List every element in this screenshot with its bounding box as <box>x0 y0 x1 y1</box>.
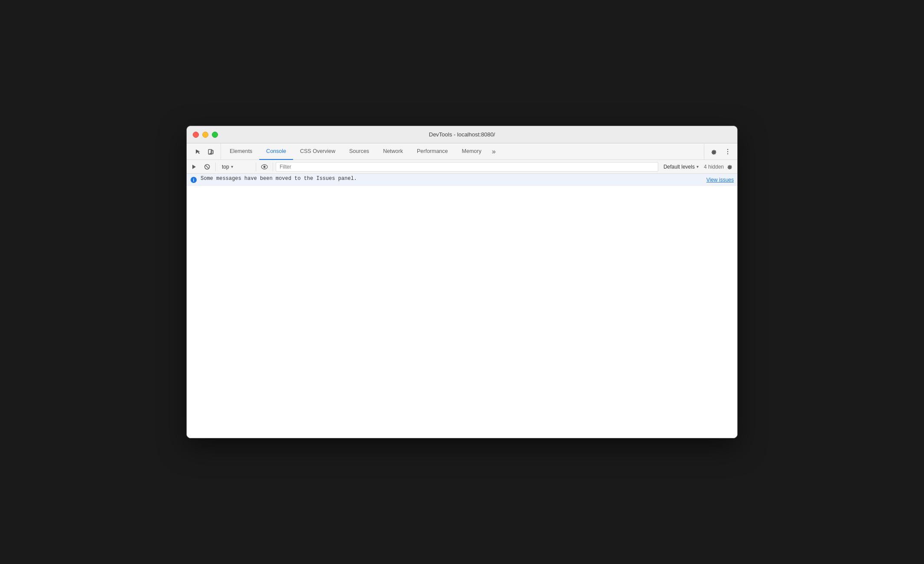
view-issues-link[interactable]: View issues <box>706 177 734 183</box>
context-arrow: ▾ <box>231 164 233 169</box>
maximize-button[interactable] <box>212 132 218 138</box>
window-title: DevTools - localhost:8080/ <box>429 131 495 138</box>
divider-1 <box>215 163 216 171</box>
svg-line-8 <box>206 166 208 168</box>
svg-point-3 <box>727 149 728 149</box>
svg-point-10 <box>264 166 266 168</box>
svg-point-2 <box>210 153 210 153</box>
console-content: i Some messages have been moved to the I… <box>187 174 737 438</box>
tab-sources[interactable]: Sources <box>342 143 376 160</box>
minimize-button[interactable] <box>202 132 208 138</box>
divider-2 <box>256 163 256 171</box>
inspect-icon-button[interactable] <box>192 146 204 158</box>
console-settings-icon[interactable] <box>726 163 733 170</box>
console-message-row: i Some messages have been moved to the I… <box>187 174 737 186</box>
tab-overflow-button[interactable]: » <box>488 143 499 159</box>
tab-network[interactable]: Network <box>376 143 410 160</box>
more-options-button[interactable] <box>722 146 734 158</box>
message-text: Some messages have been moved to the Iss… <box>201 176 700 182</box>
device-toggle-button[interactable] <box>205 146 217 158</box>
tab-console[interactable]: Console <box>259 143 293 160</box>
svg-marker-6 <box>192 165 196 169</box>
divider-3 <box>273 163 273 171</box>
tab-memory[interactable]: Memory <box>455 143 488 160</box>
svg-point-5 <box>727 153 728 154</box>
traffic-lights <box>193 132 218 138</box>
tab-bar: Elements Console CSS Overview Sources Ne… <box>187 143 737 160</box>
toolbar-icons <box>188 143 221 159</box>
devtools-window: DevTools - localhost:8080/ Elements Cons… <box>186 126 738 438</box>
filter-input[interactable] <box>276 162 658 172</box>
clear-console-button[interactable] <box>201 161 213 173</box>
context-selector[interactable]: top ▾ <box>218 163 253 171</box>
svg-point-4 <box>727 151 728 152</box>
title-bar: DevTools - localhost:8080/ <box>187 126 737 143</box>
levels-arrow: ▾ <box>696 164 699 169</box>
info-icon: i <box>190 176 197 183</box>
settings-button[interactable] <box>708 146 720 158</box>
tab-performance[interactable]: Performance <box>410 143 455 160</box>
log-levels-button[interactable]: Default levels ▾ <box>660 163 702 171</box>
execute-context-button[interactable] <box>188 161 200 173</box>
tab-bar-right <box>704 143 737 159</box>
close-button[interactable] <box>193 132 199 138</box>
hidden-count-area: 4 hidden <box>704 163 736 170</box>
console-toolbar: top ▾ Default levels ▾ 4 hidden <box>187 160 737 174</box>
live-expressions-button[interactable] <box>259 161 270 173</box>
tab-css-overview[interactable]: CSS Overview <box>293 143 342 160</box>
tab-elements[interactable]: Elements <box>223 143 259 160</box>
